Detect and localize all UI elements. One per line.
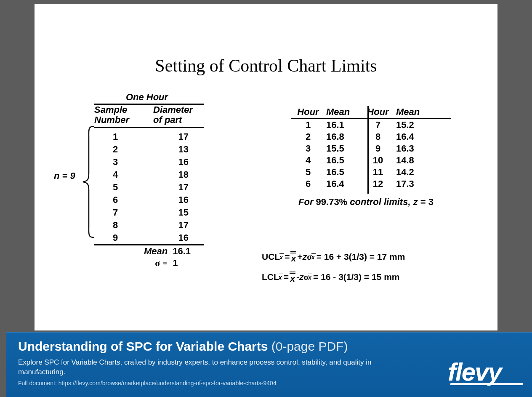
table-row: 817 [94,219,204,232]
table-row: 116.1715.2 [291,119,462,131]
rule [94,127,204,128]
header-diameter: Diameter of part [153,105,204,125]
one-hour-caption: One Hour [94,92,200,103]
x-double-bar-icon: x [290,272,295,283]
table-row: 315.5916.3 [291,143,462,155]
slide-title: Setting of Control Chart Limits [35,56,497,76]
summary-sigma: σ = 1 [94,257,204,269]
x-bar-sub-icon: x [279,274,284,281]
table-row: 517 [94,181,204,194]
table-row: 416.51014.8 [291,155,462,166]
banner-description: Explore SPC for Variable Charts, crafted… [18,358,384,377]
promo-banner: Understanding of SPC for Variable Charts… [6,332,532,397]
banner-link[interactable]: Full document: https://flevy.com/browse/… [18,380,520,386]
logo-underline-icon [450,383,523,385]
formula-block: UCLx = x + zσx = 16 + 3(1/3) = 17 mm LCL… [262,251,405,291]
summary-mean: Mean 16.1 [94,245,204,257]
table-row: 715 [94,206,204,219]
hour-mean-table: Hour Mean Hour Mean 116.1715.2 216.8816.… [285,106,462,190]
x-double-bar-icon: x [290,251,296,263]
slide: Setting of Control Chart Limits One Hour… [35,4,497,330]
table-row: 616.41217.3 [291,178,462,190]
table-row: 616 [94,194,204,206]
x-bar-sub-icon: x [308,274,313,281]
curly-brace-icon [81,125,96,238]
n-equals-9-label: n = 9 [54,171,75,181]
vertical-divider [367,106,369,194]
ucl-formula: UCLx = x + zσx = 16 + 3(1/3) = 17 mm [262,251,405,263]
flevy-logo[interactable]: flevy [448,360,523,385]
table-row: 916 [94,232,204,244]
left-summary: Mean 16.1 σ = 1 [94,245,204,269]
control-limits-note: For 99.73% control limits, z = 3 [298,197,462,208]
header-sample-number: Sample Number [94,105,153,125]
table-row: 516.51114.2 [291,166,462,178]
hour-mean-block: Hour Mean Hour Mean 116.1715.2 216.8816.… [285,106,462,208]
left-table-body: 117 213 316 418 517 616 715 817 916 [94,131,204,244]
table-row: 213 [94,143,204,156]
slide-content: One Hour Sample Number Diameter of part … [35,76,497,337]
table-row: 117 [94,131,204,143]
left-table-header: Sample Number Diameter of part [94,105,204,126]
x-bar-sub-icon: x [279,253,285,261]
table-row: 216.8816.4 [291,131,462,143]
right-table-header: Hour Mean Hour Mean [291,106,462,118]
lcl-formula: LCLx = x - zσx = 16 - 3(1/3) = 15 mm [262,271,405,283]
banner-title: Understanding of SPC for Variable Charts… [18,339,520,354]
x-bar-sub-icon: x [311,253,317,261]
app-frame: Setting of Control Chart Limits One Hour… [0,0,532,397]
table-row: 316 [94,156,204,168]
table-row: 418 [94,168,204,181]
